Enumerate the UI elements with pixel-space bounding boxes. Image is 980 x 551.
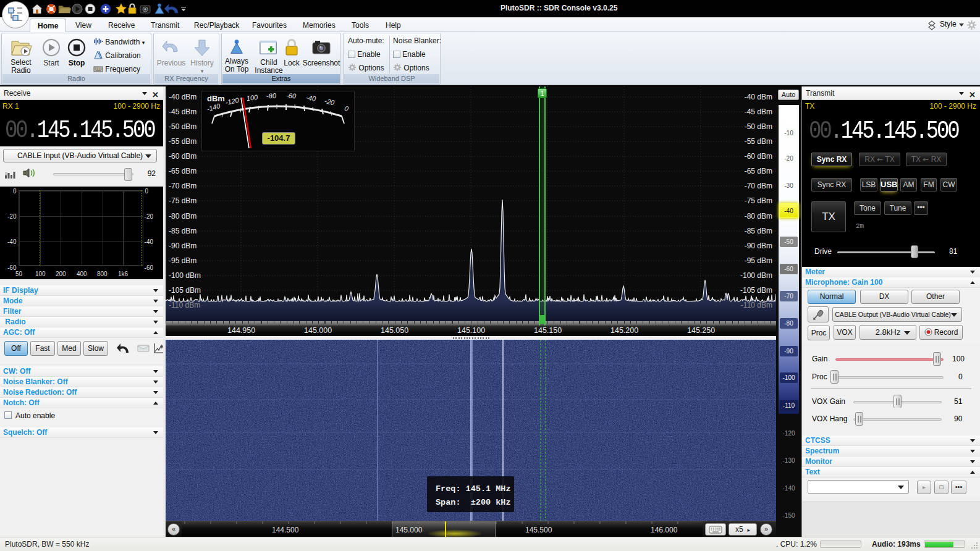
svg-text:-60: -60 [286, 91, 297, 99]
svg-text:-20: -20 [324, 97, 336, 106]
svg-text:100: 100 [246, 93, 259, 103]
svg-text:-120: -120 [225, 96, 240, 106]
svg-text:0: 0 [344, 104, 350, 112]
svg-text:-80: -80 [266, 92, 277, 100]
svg-text:-140: -140 [206, 102, 221, 113]
svg-text:-40: -40 [306, 94, 317, 103]
